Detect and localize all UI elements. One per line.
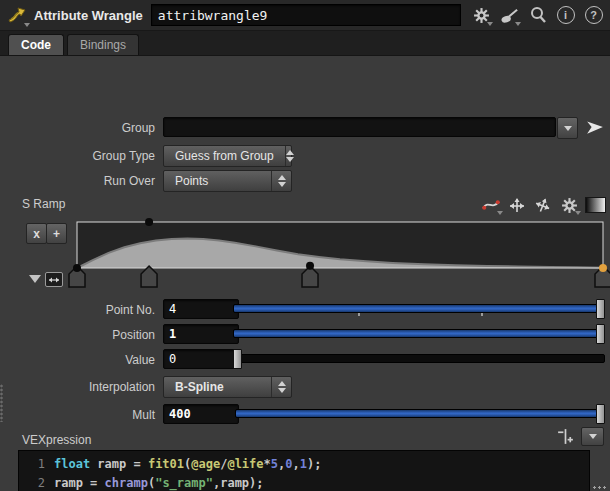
chevron-down-icon [515, 22, 521, 26]
ramp-toolbar [481, 195, 606, 215]
chevron-down-icon [564, 126, 572, 131]
ramp-gear-icon[interactable] [559, 195, 579, 215]
run-over-value: Points [164, 171, 271, 191]
ramp-handle-toggle-icon[interactable] [45, 272, 63, 287]
help-icon[interactable]: ? [583, 5, 604, 26]
info-icon[interactable]: i [555, 5, 576, 26]
slider-handle[interactable] [596, 404, 605, 424]
interpolation-dropdown[interactable]: B-Spline [163, 376, 292, 398]
ramp-collapse-triangle-icon[interactable] [29, 275, 41, 283]
spinner-icon [271, 171, 291, 191]
group-label: Group [7, 121, 155, 135]
mult-label: Mult [7, 408, 155, 422]
attribwrangle-node-icon[interactable] [6, 4, 28, 26]
ramp-spline-edit-icon[interactable] [481, 195, 501, 215]
node-name-input[interactable]: attribwrangle9 [151, 4, 461, 26]
parameter-area: Group Group Type Guess from Group Run Ov… [0, 56, 610, 491]
editor-expand-icon[interactable] [556, 427, 575, 446]
point-no-label: Point No. [7, 303, 155, 317]
interpolation-value: B-Spline [164, 377, 271, 397]
parameter-pane-header: Attribute Wrangle attribwrangle9 [0, 0, 610, 31]
chevron-down-icon [487, 22, 493, 26]
slider-handle[interactable] [596, 299, 605, 319]
position-slider[interactable] [233, 324, 605, 342]
group-type-dropdown[interactable]: Guess from Group [163, 145, 292, 167]
tab-bindings[interactable]: Bindings [67, 34, 139, 55]
run-over-dropdown[interactable]: Points [163, 170, 292, 192]
gear-menu-icon[interactable] [471, 5, 492, 26]
slider-track [235, 409, 605, 418]
position-label: Position [7, 328, 155, 342]
slider-track [233, 304, 605, 313]
vexpression-code-editor[interactable]: 1float ramp = fit01(@age/@life*5,0,1);2r… [18, 450, 590, 491]
run-over-label: Run Over [7, 174, 155, 188]
interpolation-label: Interpolation [7, 380, 155, 394]
spinner-icon [271, 377, 291, 397]
value-label: Value [7, 353, 155, 367]
search-icon[interactable] [527, 5, 548, 26]
brush-icon[interactable] [499, 5, 520, 26]
spinner-icon [285, 146, 294, 166]
chevron-down-icon [575, 211, 581, 215]
group-input[interactable] [163, 117, 556, 137]
vexpression-label: VEXpression [22, 433, 91, 447]
slider-track [233, 354, 605, 363]
node-type-label: Attribute Wrangle [34, 8, 143, 23]
group-dropdown-button[interactable] [557, 117, 578, 139]
code-lines: 1float ramp = fit01(@age/@life*5,0,1);2r… [19, 455, 589, 491]
mult-input[interactable]: 400 [163, 404, 239, 424]
vexpression-menu-button[interactable] [581, 427, 604, 446]
slider-handle[interactable] [596, 324, 605, 344]
node-name-value: attribwrangle9 [158, 8, 268, 23]
ramp-add-point-button[interactable]: + [46, 223, 67, 244]
ramp-editor[interactable] [67, 221, 610, 291]
ramp-move-horizontal-icon[interactable] [507, 195, 527, 215]
tab-strip: Code Bindings [0, 31, 610, 56]
ramp-move-vertical-icon[interactable] [533, 195, 553, 215]
point-no-input[interactable]: 4 [163, 299, 239, 319]
value-slider[interactable] [233, 349, 605, 367]
slider-handle[interactable] [233, 349, 242, 369]
editor-resize-handle[interactable] [592, 485, 606, 491]
group-type-value: Guess from Group [164, 146, 285, 166]
ramp-gradient-preview[interactable] [585, 197, 606, 213]
ramp-section-label: S Ramp [22, 197, 65, 211]
chevron-down-icon [589, 434, 597, 439]
value-input[interactable]: 0 [163, 349, 239, 369]
slider-track [233, 329, 605, 338]
group-type-label: Group Type [7, 149, 155, 163]
chevron-down-icon [497, 211, 503, 215]
mult-slider[interactable] [235, 404, 605, 422]
group-select-arrow-icon[interactable] [586, 117, 604, 137]
header-toolbar: i ? [471, 5, 604, 26]
code-line: 1float ramp = fit01(@age/@life*5,0,1); [19, 455, 589, 474]
tab-code[interactable]: Code [8, 34, 64, 55]
chevron-down-icon [24, 23, 30, 27]
code-line: 2ramp = chramp("s_ramp",ramp); [19, 474, 589, 491]
pane-resize-grip[interactable] [0, 384, 3, 422]
ramp-remove-point-button[interactable]: x [26, 223, 47, 244]
position-input[interactable]: 1 [163, 324, 239, 344]
point-no-slider[interactable] [233, 299, 605, 317]
